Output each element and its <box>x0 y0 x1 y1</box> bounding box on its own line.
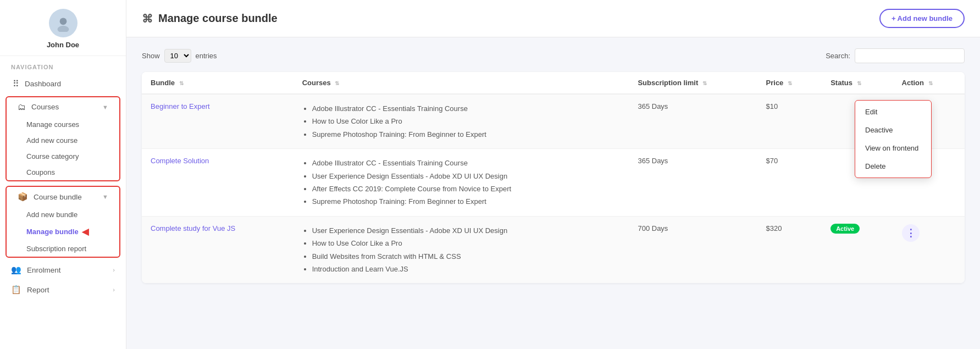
page-header: ⌘ Manage course bundle + Add new bundle <box>126 0 980 37</box>
col-status: Status ⇅ <box>822 72 893 94</box>
sort-icon[interactable]: ⇅ <box>702 80 707 86</box>
table-body: Beginner to Expert Adobe Illustrator CC … <box>142 94 965 283</box>
sort-icon[interactable]: ⇅ <box>335 80 339 86</box>
deactive-menu-item[interactable]: Deactive <box>855 121 931 139</box>
chevron-down-icon: ▼ <box>102 104 108 110</box>
sort-icon[interactable]: ⇅ <box>179 80 184 86</box>
courses-cell: User Experience Design Essentials - Adob… <box>294 216 629 283</box>
search-box: Search: <box>826 48 965 63</box>
search-input[interactable] <box>855 48 965 63</box>
sidebar-subitem-coupons[interactable]: Coupons <box>7 164 119 180</box>
list-item: Supreme Photoshop Training: From Beginne… <box>312 128 621 141</box>
chevron-down-icon: ▼ <box>102 193 108 200</box>
price-cell: $320 <box>757 216 822 283</box>
col-subscription-limit: Subscription limit ⇅ <box>629 72 757 94</box>
sidebar-subitem-course-category[interactable]: Course category <box>7 148 119 164</box>
price-cell: $10 <box>757 94 822 149</box>
col-courses: Courses ⇅ <box>294 72 629 94</box>
sort-icon[interactable]: ⇅ <box>928 80 933 86</box>
table-row: Beginner to Expert Adobe Illustrator CC … <box>142 94 965 149</box>
bundle-name-cell: Complete study for Vue JS <box>142 216 294 283</box>
list-item: Introduction and Learn Vue.JS <box>312 263 621 275</box>
sidebar-subitem-manage-bundle[interactable]: Manage bundle ◀ <box>7 223 119 241</box>
courses-section-box: 🗂 Courses ▼ Manage courses Add new cours… <box>5 96 120 181</box>
sidebar-item-label: Enrolment <box>27 266 61 274</box>
edit-menu-item[interactable]: Edit <box>855 103 931 121</box>
sidebar-item-label: Courses <box>31 103 59 111</box>
sidebar-item-enrolment[interactable]: 👥 Enrolment › <box>0 260 126 280</box>
main-content: Show 10 25 50 entries Search: Bundle ⇅ <box>126 37 980 349</box>
entries-select[interactable]: 10 25 50 <box>164 49 191 63</box>
sidebar-subitem-subscription-report[interactable]: Subscription report <box>7 241 119 257</box>
list-item: User Experience Design Essentials - Adob… <box>312 170 621 182</box>
bundle-link[interactable]: Complete Solution <box>151 157 209 165</box>
add-new-bundle-button[interactable]: + Add new bundle <box>879 9 965 28</box>
status-cell: Active <box>822 216 893 283</box>
search-label: Search: <box>826 52 850 60</box>
sidebar-item-label: Course bundle <box>34 193 82 201</box>
bundle-section-box: 📦 Course bundle ▼ Add new bundle Manage … <box>5 186 120 258</box>
status-badge: Active <box>830 224 860 234</box>
list-item: How to Use Color Like a Pro <box>312 237 621 250</box>
avatar <box>49 9 77 37</box>
price-cell: $70 <box>757 149 822 217</box>
sort-icon[interactable]: ⇅ <box>788 80 792 86</box>
list-item: Adobe Illustrator CC - Essentials Traini… <box>312 102 621 115</box>
courses-list: Adobe Illustrator CC - Essentials Traini… <box>302 157 621 208</box>
report-icon: 📋 <box>11 285 21 295</box>
delete-menu-item[interactable]: Delete <box>855 157 931 175</box>
bundle-link[interactable]: Beginner to Expert <box>151 102 210 110</box>
sort-icon[interactable]: ⇅ <box>857 80 861 86</box>
action-cell: ⋮ <box>893 216 965 283</box>
sidebar-subitem-add-new-course[interactable]: Add new course <box>7 132 119 148</box>
chevron-right-icon: › <box>113 286 115 293</box>
courses-list: Adobe Illustrator CC - Essentials Traini… <box>302 102 621 141</box>
action-cell: ⋮ Edit Deactive View on frontend Delete <box>893 94 965 149</box>
show-label: Show <box>142 52 160 60</box>
bundle-name-cell: Beginner to Expert <box>142 94 294 149</box>
enrolment-icon: 👥 <box>11 265 21 275</box>
view-frontend-menu-item[interactable]: View on frontend <box>855 139 931 157</box>
list-item: How to Use Color Like a Pro <box>312 115 621 128</box>
grid-icon: ⠿ <box>13 79 19 89</box>
sidebar: John Doe NAVIGATION ⠿ Dashboard 🗂 Course… <box>0 0 126 349</box>
bundle-link[interactable]: Complete study for Vue JS <box>151 224 235 232</box>
sidebar-item-courses[interactable]: 🗂 Courses ▼ <box>7 97 119 117</box>
user-profile: John Doe <box>0 0 126 56</box>
bundles-table: Bundle ⇅ Courses ⇅ Subscription limit ⇅ … <box>142 72 965 283</box>
sidebar-item-label: Dashboard <box>25 80 61 88</box>
page-title: ⌘ Manage course bundle <box>142 12 278 25</box>
show-entries-control: Show 10 25 50 entries <box>142 49 217 63</box>
col-action: Action ⇅ <box>893 72 965 94</box>
nav-section-label: NAVIGATION <box>0 56 126 74</box>
col-bundle: Bundle ⇅ <box>142 72 294 94</box>
sidebar-subitem-manage-courses[interactable]: Manage courses <box>7 117 119 132</box>
user-name: John Doe <box>47 41 79 49</box>
subscription-limit-cell: 365 Days <box>629 94 757 149</box>
bundle-icon: 📦 <box>18 192 28 202</box>
table-header: Bundle ⇅ Courses ⇅ Subscription limit ⇅ … <box>142 72 965 94</box>
sidebar-item-report[interactable]: 📋 Report › <box>0 280 126 300</box>
command-icon: ⌘ <box>142 12 153 25</box>
table-row: Complete Solution Adobe Illustrator CC -… <box>142 149 965 217</box>
courses-list: User Experience Design Essentials - Adob… <box>302 224 621 276</box>
list-item: Build Websites from Scratch with HTML & … <box>312 250 621 263</box>
chevron-right-icon: › <box>113 267 115 273</box>
courses-cell: Adobe Illustrator CC - Essentials Traini… <box>294 94 629 149</box>
sidebar-item-course-bundle[interactable]: 📦 Course bundle ▼ <box>7 187 119 207</box>
arrow-right-icon: ◀ <box>82 226 88 237</box>
sidebar-item-dashboard[interactable]: ⠿ Dashboard <box>0 74 126 94</box>
list-item: Supreme Photoshop Training: From Beginne… <box>312 195 621 208</box>
col-price: Price ⇅ <box>757 72 822 94</box>
table-row: Complete study for Vue JS User Experienc… <box>142 216 965 283</box>
table-header-row: Bundle ⇅ Courses ⇅ Subscription limit ⇅ … <box>142 72 965 94</box>
sidebar-subitem-add-new-bundle[interactable]: Add new bundle <box>7 207 119 223</box>
entries-label: entries <box>196 52 217 60</box>
courses-cell: Adobe Illustrator CC - Essentials Traini… <box>294 149 629 217</box>
action-menu-button[interactable]: ⋮ <box>902 224 920 242</box>
subscription-limit-cell: 700 Days <box>629 216 757 283</box>
subscription-limit-cell: 365 Days <box>629 149 757 217</box>
svg-point-0 <box>59 18 67 25</box>
sidebar-item-label: Report <box>27 286 49 294</box>
bundle-name-cell: Complete Solution <box>142 149 294 217</box>
